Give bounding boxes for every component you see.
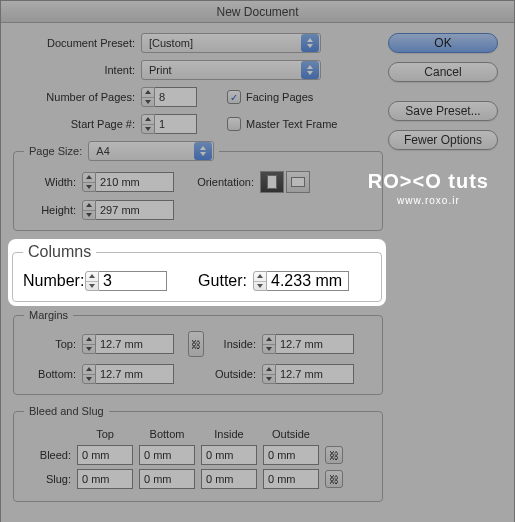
margin-bottom-field[interactable]: 12.7 mm	[82, 364, 174, 384]
spinner-icon[interactable]	[253, 271, 267, 291]
page-size-select[interactable]: A4	[88, 141, 214, 161]
spinner-icon[interactable]	[82, 200, 96, 220]
slug-bottom-field[interactable]: 0 mm	[139, 469, 195, 489]
bleed-slug-group: Bleed and Slug Top Bottom Inside Outside…	[13, 405, 383, 502]
intent-label: Intent:	[13, 64, 141, 76]
margin-top-field[interactable]: 12.7 mm	[82, 334, 174, 354]
bs-header-bottom: Bottom	[136, 427, 198, 443]
save-preset-button[interactable]: Save Preset...	[388, 101, 498, 121]
slug-label: Slug:	[24, 467, 74, 491]
width-field[interactable]: 210 mm	[82, 172, 174, 192]
intent-select[interactable]: Print	[141, 60, 321, 80]
columns-group: Columns Number: 3 Gutter: 4.233 mm	[12, 243, 382, 302]
intent-value: Print	[149, 64, 178, 76]
start-page-value[interactable]: 1	[155, 114, 197, 134]
master-text-frame-label: Master Text Frame	[246, 118, 338, 130]
spinner-icon[interactable]	[82, 172, 96, 192]
spinner-icon[interactable]	[141, 114, 155, 134]
spinner-icon[interactable]	[82, 334, 96, 354]
bs-header-top: Top	[74, 427, 136, 443]
spinner-icon[interactable]	[262, 364, 276, 384]
columns-number-field[interactable]: 3	[85, 271, 167, 291]
margin-inside-field[interactable]: 12.7 mm	[262, 334, 354, 354]
start-page-field[interactable]: 1	[141, 114, 197, 134]
orientation-label: Orientation:	[174, 176, 260, 188]
pages-value[interactable]: 8	[155, 87, 197, 107]
bleed-top-field[interactable]: 0 mm	[77, 445, 133, 465]
page-size-value: A4	[96, 145, 115, 157]
updown-icon	[301, 34, 319, 52]
link-margins-button[interactable]: ⛓	[188, 331, 204, 357]
columns-gutter-value[interactable]: 4.233 mm	[267, 271, 349, 291]
landscape-icon	[291, 177, 305, 187]
margin-top-label: Top:	[24, 338, 82, 350]
margin-bottom-value[interactable]: 12.7 mm	[96, 364, 174, 384]
ok-button[interactable]: OK	[388, 33, 498, 53]
spinner-icon[interactable]	[82, 364, 96, 384]
bleed-outside-field[interactable]: 0 mm	[263, 445, 319, 465]
width-label: Width:	[24, 176, 82, 188]
link-slug-button[interactable]: ⛓	[325, 470, 343, 488]
bleed-bottom-field[interactable]: 0 mm	[139, 445, 195, 465]
slug-top-field[interactable]: 0 mm	[77, 469, 133, 489]
updown-icon	[301, 61, 319, 79]
title-bar: New Document	[1, 1, 514, 23]
bs-header-outside: Outside	[260, 427, 322, 443]
dialog-buttons: OK Cancel Save Preset... Fewer Options	[388, 33, 498, 159]
columns-number-label: Number:	[23, 272, 85, 290]
pages-label: Number of Pages:	[13, 91, 141, 103]
portrait-icon	[267, 175, 277, 189]
margin-inside-value[interactable]: 12.7 mm	[276, 334, 354, 354]
document-preset-select[interactable]: [Custom]	[141, 33, 321, 53]
start-page-label: Start Page #:	[13, 118, 141, 130]
pages-field[interactable]: 8	[141, 87, 197, 107]
margins-legend: Margins	[24, 309, 73, 321]
master-text-frame-checkbox[interactable]	[227, 117, 241, 131]
page-size-group: Page Size: A4 Width: 210 mm Orientation:…	[13, 141, 383, 231]
cancel-button[interactable]: Cancel	[388, 62, 498, 82]
facing-pages-label: Facing Pages	[246, 91, 313, 103]
height-field[interactable]: 297 mm	[82, 200, 174, 220]
facing-pages-checkbox[interactable]: ✓	[227, 90, 241, 104]
link-bleed-button[interactable]: ⛓	[325, 446, 343, 464]
columns-highlight: Columns Number: 3 Gutter: 4.233 mm	[12, 243, 382, 302]
margins-group: Margins Top: 12.7 mm ⛓ Inside: 12.7 mm B…	[13, 309, 383, 395]
margin-top-value[interactable]: 12.7 mm	[96, 334, 174, 354]
document-preset-value: [Custom]	[149, 37, 199, 49]
margin-bottom-label: Bottom:	[24, 368, 82, 380]
width-value[interactable]: 210 mm	[96, 172, 174, 192]
spinner-icon[interactable]	[262, 334, 276, 354]
bs-header-inside: Inside	[198, 427, 260, 443]
columns-gutter-field[interactable]: 4.233 mm	[253, 271, 349, 291]
orientation-portrait-button[interactable]	[260, 171, 284, 193]
spinner-icon[interactable]	[85, 271, 99, 291]
bleed-inside-field[interactable]: 0 mm	[201, 445, 257, 465]
bleed-slug-legend: Bleed and Slug	[24, 405, 109, 417]
margin-inside-label: Inside:	[204, 338, 262, 350]
orientation-landscape-button[interactable]	[286, 171, 310, 193]
margin-outside-value[interactable]: 12.7 mm	[276, 364, 354, 384]
fewer-options-button[interactable]: Fewer Options	[388, 130, 498, 150]
slug-outside-field[interactable]: 0 mm	[263, 469, 319, 489]
margin-outside-field[interactable]: 12.7 mm	[262, 364, 354, 384]
columns-number-value[interactable]: 3	[99, 271, 167, 291]
document-preset-label: Document Preset:	[13, 37, 141, 49]
bleed-label: Bleed:	[24, 443, 74, 467]
page-size-legend: Page Size:	[29, 145, 82, 157]
updown-icon	[194, 142, 212, 160]
margin-outside-label: Outside:	[204, 368, 262, 380]
columns-gutter-label: Gutter:	[167, 272, 253, 290]
height-value[interactable]: 297 mm	[96, 200, 174, 220]
spinner-icon[interactable]	[141, 87, 155, 107]
height-label: Height:	[24, 204, 82, 216]
slug-inside-field[interactable]: 0 mm	[201, 469, 257, 489]
columns-legend: Columns	[23, 243, 96, 261]
